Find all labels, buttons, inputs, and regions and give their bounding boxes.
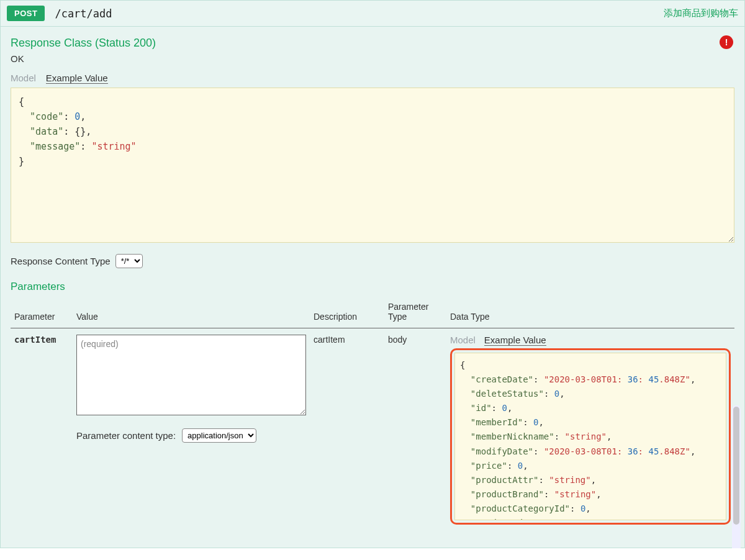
col-value: Value: [73, 298, 310, 328]
param-data-type-cell: ModelExample Value{ "createDate": "2020-…: [446, 328, 734, 531]
datatype-example-highlight: { "createDate": "2020-03-08T01: 36: 45.8…: [450, 348, 731, 525]
response-class-title: Response Class (Status 200): [11, 37, 734, 50]
response-content-type-row: Response Content Type */*: [11, 254, 734, 268]
http-method-badge: POST: [7, 6, 45, 21]
scrollbar[interactable]: [732, 405, 741, 548]
response-status-text: OK: [11, 53, 734, 64]
col-parameter: Parameter: [11, 298, 73, 328]
endpoint-summary: 添加商品到购物车: [664, 7, 738, 19]
parameters-table: Parameter Value Description Parameter Ty…: [11, 298, 734, 531]
col-parameter-type: Parameter Type: [384, 298, 446, 328]
col-data-type: Data Type: [446, 298, 734, 328]
operation-header[interactable]: POST /cart/add 添加商品到购物车: [0, 0, 745, 27]
col-description: Description: [310, 298, 384, 328]
datatype-tabs: ModelExample Value: [450, 335, 731, 346]
response-model-example-tabs: Model Example Value: [11, 73, 734, 84]
tab-model[interactable]: Model: [450, 335, 476, 346]
parameters-header-row: Parameter Value Description Parameter Ty…: [11, 298, 734, 328]
param-content-type-select[interactable]: application/json: [182, 428, 256, 443]
tab-model[interactable]: Model: [11, 73, 36, 84]
response-example-code[interactable]: { "code": 0, "data": {}, "message": "str…: [11, 88, 734, 243]
operation-body: ! Response Class (Status 200) OK Model E…: [0, 27, 745, 548]
datatype-example-code[interactable]: { "createDate": "2020-03-08T01: 36: 45.8…: [454, 353, 726, 520]
param-value-input[interactable]: [76, 335, 306, 415]
response-content-type-select[interactable]: */*: [115, 254, 143, 268]
endpoint-path[interactable]: /cart/add: [55, 7, 112, 20]
param-type: body: [384, 328, 446, 531]
scrollbar-thumb[interactable]: [733, 407, 739, 525]
param-content-type-row: Parameter content type:application/json: [76, 428, 306, 443]
warning-icon[interactable]: !: [720, 35, 733, 49]
param-name: cartItem: [11, 328, 73, 531]
param-description: cartItem: [310, 328, 384, 531]
table-row: cartItemParameter content type:applicati…: [11, 328, 734, 531]
parameters-title: Parameters: [11, 281, 734, 293]
response-content-type-label: Response Content Type: [11, 256, 111, 266]
tab-example-value[interactable]: Example Value: [46, 73, 108, 84]
param-content-type-label: Parameter content type:: [76, 430, 176, 441]
param-value-cell: Parameter content type:application/json: [73, 328, 310, 531]
tab-example-value[interactable]: Example Value: [484, 335, 546, 346]
